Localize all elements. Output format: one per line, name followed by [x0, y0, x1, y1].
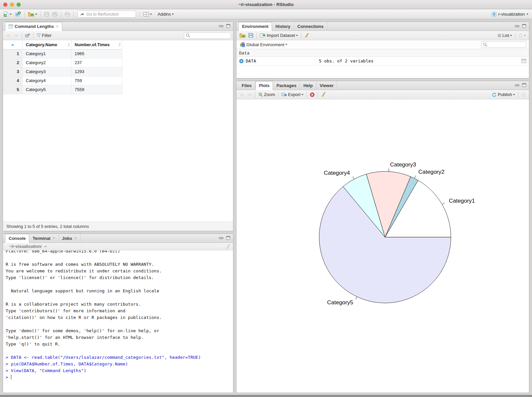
clear-plots-button[interactable]	[320, 91, 327, 98]
minimize-pane-icon[interactable]	[219, 236, 224, 240]
maximize-pane-icon[interactable]	[522, 24, 526, 28]
new-file-button[interactable]	[3, 11, 13, 18]
clear-console-broom-icon[interactable]	[225, 244, 230, 249]
tab-viewer[interactable]: Viewer	[317, 81, 337, 90]
new-project-button[interactable]: R	[14, 11, 22, 18]
table-row[interactable]: 2Category2237	[3, 58, 122, 67]
load-workspace-button[interactable]	[238, 32, 247, 39]
minimize-pane-icon[interactable]	[515, 24, 520, 28]
zoom-plot-button[interactable]: Zoom	[257, 91, 276, 98]
addins-button[interactable]: Addins	[157, 11, 175, 17]
table-row[interactable]: 4Category4759	[3, 76, 122, 85]
environment-search[interactable]	[481, 41, 526, 48]
window-minimize-button[interactable]	[10, 3, 14, 7]
spreadsheet-icon	[9, 24, 13, 29]
previous-plot-button[interactable]	[238, 92, 245, 97]
viewer-back-button[interactable]	[5, 33, 12, 38]
funnel-icon	[37, 33, 41, 38]
pane-layout-button[interactable]	[142, 11, 153, 17]
save-all-button[interactable]	[51, 11, 59, 17]
refresh-environment-button[interactable]	[517, 33, 527, 39]
environment-search-input[interactable]	[489, 42, 525, 47]
tab-connections[interactable]: Connections	[294, 22, 327, 31]
expand-object-icon[interactable]	[239, 59, 244, 63]
tab-terminal[interactable]: Terminal ×	[29, 234, 59, 243]
console-body[interactable]: Platform: x86_64-apple-darwin15.6.0 (64-…	[3, 250, 233, 393]
maximize-pane-icon[interactable]	[522, 83, 526, 87]
maximize-pane-icon[interactable]	[226, 236, 230, 240]
tab-label: Environment	[242, 24, 268, 29]
plots-pane: Files Plots Packages Help Viewer	[236, 81, 529, 393]
minimize-pane-icon[interactable]	[219, 24, 224, 28]
list-view-button[interactable]: List	[496, 32, 513, 39]
broom-icon	[304, 33, 309, 38]
console-tabbar: Console Terminal × Jobs ×	[3, 234, 233, 243]
project-menu-button[interactable]: R r-visualization	[490, 11, 529, 18]
goto-file-input[interactable]	[86, 12, 130, 17]
viewer-search[interactable]	[184, 32, 231, 39]
print-button[interactable]	[64, 11, 71, 17]
tab-packages[interactable]: Packages	[273, 81, 300, 90]
pie-label-tick	[414, 176, 416, 178]
sort-ascending-icon	[11, 44, 14, 46]
save-icon	[44, 12, 49, 17]
tab-command-lengths[interactable]: Command Lengths ×	[5, 22, 62, 31]
tab-jobs[interactable]: Jobs ×	[59, 234, 80, 243]
open-in-new-window-button[interactable]	[24, 33, 31, 38]
column-header-category-name[interactable]: Category.Name	[22, 40, 71, 49]
table-row[interactable]: 5Category57559	[3, 85, 122, 94]
table-cell: 5	[3, 85, 22, 94]
tab-console[interactable]: Console	[5, 234, 29, 243]
refresh-icon	[521, 92, 526, 97]
console-output-line	[6, 321, 233, 328]
remove-plot-button[interactable]	[309, 92, 316, 98]
pie-label-tick	[353, 176, 354, 179]
table-cell: 759	[71, 76, 122, 85]
environment-toolbar: Import Dataset List	[236, 31, 529, 40]
viewer-forward-button[interactable]	[13, 33, 20, 38]
row-number-header[interactable]	[3, 40, 22, 49]
tab-history[interactable]: History	[272, 22, 294, 31]
table-row[interactable]: 3Category31293	[3, 67, 122, 76]
close-tab-icon[interactable]: ×	[53, 236, 55, 241]
tab-plots[interactable]: Plots	[255, 81, 273, 90]
viewer-search-input[interactable]	[192, 33, 227, 38]
goto-directory-icon[interactable]	[44, 245, 48, 248]
maximize-pane-icon[interactable]	[226, 24, 230, 28]
pie-label-tick	[356, 297, 357, 299]
window-close-button[interactable]	[3, 3, 7, 7]
tab-environment[interactable]: Environment	[238, 22, 272, 31]
r-project-icon: R	[491, 12, 497, 17]
import-dataset-button[interactable]: Import Dataset	[259, 32, 299, 39]
data-section-header: Data	[236, 49, 529, 57]
clear-environment-button[interactable]	[303, 32, 310, 39]
export-plot-button[interactable]: Export	[280, 91, 305, 98]
environment-object-row[interactable]: DATA 5 obs. of 2 variables	[236, 57, 529, 65]
minimize-pane-icon[interactable]	[515, 83, 520, 87]
popup-window-icon	[25, 33, 30, 38]
object-description: 5 obs. of 2 variables	[316, 58, 521, 63]
close-tab-icon[interactable]: ×	[74, 236, 77, 241]
save-workspace-button[interactable]	[247, 32, 254, 39]
viewer-table-body: 1Category119652Category22373Category3129…	[3, 49, 122, 94]
table-row[interactable]: 1Category11965	[3, 49, 122, 58]
tab-help[interactable]: Help	[300, 81, 316, 90]
refresh-plot-button[interactable]	[520, 92, 527, 98]
goto-file-search[interactable]	[77, 11, 136, 18]
open-file-button[interactable]	[27, 11, 38, 17]
window-zoom-button[interactable]	[17, 3, 21, 7]
window-bottom-edge	[0, 395, 532, 397]
close-tab-icon[interactable]: ×	[56, 24, 59, 29]
save-button[interactable]	[43, 11, 50, 17]
table-cell: 1	[3, 49, 22, 58]
filter-button[interactable]: Filter	[36, 32, 53, 39]
publish-button[interactable]: Publish	[491, 91, 516, 98]
table-cell: 3	[3, 67, 22, 76]
console-output-line	[6, 281, 233, 288]
column-header-number-of-times[interactable]: Number.of.Times	[71, 40, 122, 49]
view-object-grid-icon[interactable]	[521, 59, 526, 63]
environment-scope-selector[interactable]: Global Environment	[239, 42, 288, 48]
next-plot-button[interactable]	[246, 92, 253, 97]
tab-files[interactable]: Files	[238, 81, 255, 90]
console-output-line: Natural language support but running in …	[6, 288, 233, 294]
